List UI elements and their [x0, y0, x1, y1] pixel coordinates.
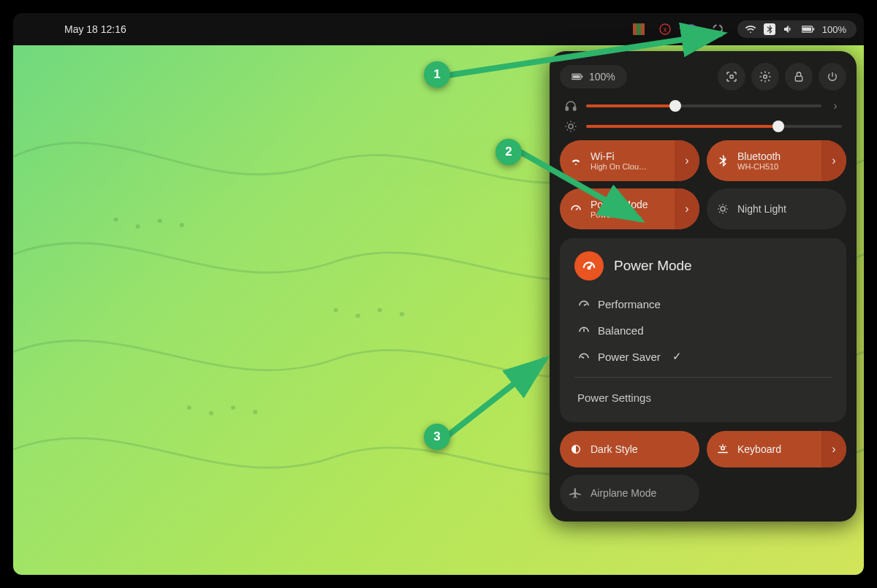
svg-point-8	[187, 405, 191, 410]
battery-icon	[572, 72, 583, 82]
powermode-option-performance[interactable]: Performance	[574, 291, 832, 317]
gauge-mid-icon	[577, 324, 591, 337]
volume-icon	[783, 23, 794, 35]
svg-text:x: x	[663, 26, 667, 34]
battery-charging-icon	[802, 24, 815, 34]
brightness-icon	[564, 120, 579, 133]
clock[interactable]: May 18 12:16	[64, 23, 126, 35]
svg-point-33	[721, 446, 725, 450]
darkstyle-icon	[569, 442, 583, 457]
svg-point-24	[730, 75, 734, 79]
airplane-icon	[569, 486, 583, 500]
screen: May 18 12:16 x 100% 100% ›	[13, 13, 864, 575]
option-label: Performance	[598, 298, 661, 310]
battery-chip[interactable]: 100%	[560, 65, 627, 88]
settings-button[interactable]	[751, 63, 779, 91]
submenu-title: Power Mode	[614, 258, 692, 274]
tray-app-icon-3[interactable]	[685, 23, 698, 36]
svg-point-7	[400, 312, 404, 316]
gauge-high-icon	[577, 297, 591, 310]
powermode-option-powersaver[interactable]: Power Saver ✓	[574, 343, 832, 370]
airplane-toggle[interactable]: Airplane Mode	[560, 475, 699, 511]
wifi-expand-button[interactable]: ›	[675, 140, 699, 181]
wifi-toggle[interactable]: Wi-FiHigh On Clou… ›	[560, 140, 699, 181]
gauge-low-icon	[577, 350, 591, 363]
tray-app-icon-4[interactable]	[711, 23, 724, 36]
gauge-icon	[574, 251, 604, 280]
svg-point-3	[180, 223, 184, 227]
svg-point-25	[764, 75, 767, 79]
svg-point-11	[253, 410, 257, 414]
svg-point-6	[378, 308, 382, 313]
keyboard-title: Keyboard	[737, 443, 781, 455]
wifi-icon	[745, 23, 756, 35]
powermode-option-balanced[interactable]: Balanced	[574, 317, 832, 343]
svg-rect-20	[813, 28, 814, 30]
svg-rect-19	[802, 28, 810, 31]
powermode-sub: Power Saver	[591, 210, 648, 220]
headphones-icon	[564, 99, 579, 112]
svg-point-31	[588, 267, 591, 269]
powermode-toggle[interactable]: Power ModePower Saver ›	[560, 188, 699, 229]
quick-settings-panel: 100% › Wi-FiHigh On Clou… ›	[550, 51, 857, 522]
svg-point-29	[569, 124, 573, 129]
lock-button[interactable]	[785, 63, 813, 91]
svg-rect-13	[637, 23, 641, 35]
keyboard-expand-button[interactable]: ›	[821, 431, 846, 467]
svg-point-0	[113, 218, 118, 222]
svg-rect-22	[582, 76, 582, 78]
option-label: Power Saver	[598, 351, 661, 363]
bluetooth-icon	[764, 23, 775, 35]
top-bar: May 18 12:16 x 100%	[13, 13, 864, 45]
svg-point-4	[334, 308, 338, 313]
svg-point-17	[713, 25, 722, 34]
nightlight-toggle[interactable]: Night Light	[707, 188, 846, 229]
bluetooth-icon	[715, 153, 730, 168]
volume-slider[interactable]: ›	[564, 99, 842, 112]
tray-app-icon-1[interactable]	[632, 23, 645, 36]
battery-chip-label: 100%	[589, 71, 615, 83]
svg-point-10	[231, 405, 235, 410]
darkstyle-toggle[interactable]: Dark Style	[560, 431, 699, 467]
screenshot-button[interactable]	[718, 63, 745, 91]
bluetooth-toggle[interactable]: BluetoothWH-CH510 ›	[707, 140, 846, 181]
svg-point-2	[158, 219, 162, 224]
link-label: Power Settings	[577, 392, 651, 404]
keyboard-toggle[interactable]: Keyboard ›	[707, 431, 846, 467]
powermode-submenu: Power Mode Performance Balanced Power Sa…	[560, 238, 846, 422]
nightlight-icon	[715, 202, 730, 216]
svg-rect-26	[795, 76, 802, 81]
battery-percent: 100%	[822, 24, 846, 35]
power-button[interactable]	[819, 63, 846, 91]
svg-point-9	[209, 411, 213, 416]
system-tray: x 100%	[632, 20, 857, 38]
tray-app-icon-2[interactable]: x	[658, 23, 672, 36]
powermode-title: Power Mode	[591, 199, 648, 210]
svg-rect-27	[566, 107, 568, 111]
bluetooth-expand-button[interactable]: ›	[821, 140, 846, 181]
wifi-sub: High On Clou…	[591, 162, 647, 172]
svg-point-30	[721, 207, 725, 211]
volume-more-icon[interactable]: ›	[829, 99, 842, 112]
svg-point-1	[136, 224, 140, 229]
gauge-icon	[569, 202, 583, 216]
option-label: Balanced	[598, 324, 644, 337]
bluetooth-sub: WH-CH510	[737, 162, 781, 172]
airplane-title: Airplane Mode	[591, 487, 656, 499]
svg-rect-28	[574, 107, 576, 111]
brightness-slider[interactable]	[564, 120, 842, 133]
nightlight-title: Night Light	[737, 203, 786, 215]
status-menu-button[interactable]: 100%	[737, 20, 857, 38]
darkstyle-title: Dark Style	[591, 443, 638, 455]
wifi-title: Wi-Fi	[591, 150, 647, 162]
check-icon: ✓	[672, 350, 682, 363]
keyboard-brightness-icon	[715, 442, 730, 457]
bluetooth-title: Bluetooth	[737, 150, 781, 162]
wifi-icon	[569, 153, 583, 168]
power-settings-link[interactable]: Power Settings	[574, 385, 832, 411]
powermode-expand-button[interactable]: ›	[675, 188, 699, 229]
screenshot-frame: May 18 12:16 x 100% 100% ›	[0, 0, 877, 588]
svg-rect-23	[572, 75, 580, 78]
svg-point-5	[356, 313, 360, 318]
